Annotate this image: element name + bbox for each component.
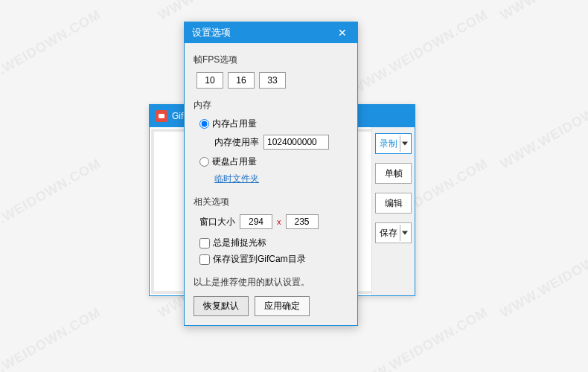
record-label: 录制 [380, 138, 397, 150]
disk-radio-row[interactable]: 硬盘占用量 [199, 155, 348, 168]
size-separator: x [277, 217, 281, 226]
save-dir-label: 保存设置到GifCam目录 [213, 253, 306, 266]
memory-value-input[interactable] [263, 135, 329, 150]
related-section-label: 相关选项 [194, 196, 348, 208]
save-label: 保存 [380, 227, 397, 240]
close-icon: ✕ [338, 27, 347, 39]
temp-folder-link[interactable]: 临时文件夹 [214, 173, 348, 185]
fps-input-2[interactable] [228, 72, 255, 89]
fps-input-3[interactable] [259, 72, 286, 89]
settings-titlebar[interactable]: 设置选项 ✕ [185, 22, 357, 43]
memory-rate-label: 内存使用率 [214, 136, 259, 149]
save-dir-row[interactable]: 保存设置到GifCam目录 [199, 253, 348, 266]
memory-section-label: 内存 [194, 99, 348, 112]
edit-button[interactable]: 编辑 [375, 193, 412, 214]
height-input[interactable] [286, 214, 319, 229]
window-size-label: 窗口大小 [199, 216, 235, 228]
gifcam-app-icon [156, 110, 167, 122]
memory-radio-row[interactable]: 内存占用量 [199, 118, 348, 130]
save-button[interactable]: 保存 [375, 222, 412, 243]
capture-cursor-checkbox[interactable] [199, 238, 210, 248]
fps-input-1[interactable] [196, 72, 223, 89]
settings-dialog: 设置选项 ✕ 帧FPS选项 内存 内存占用量 内存使用率 硬盘占用量 临时文件夹 [184, 22, 358, 326]
close-button[interactable]: ✕ [327, 22, 357, 43]
footer-hint: 以上是推荐使用的默认设置。 [194, 276, 348, 289]
disk-usage-label: 硬盘占用量 [212, 155, 257, 168]
fps-section-label: 帧FPS选项 [194, 54, 348, 66]
memory-usage-label: 内存占用量 [212, 118, 257, 130]
capture-cursor-row[interactable]: 总是捕捉光标 [199, 237, 348, 249]
frame-button[interactable]: 单帧 [375, 163, 412, 184]
save-dir-checkbox[interactable] [199, 254, 210, 265]
width-input[interactable] [240, 214, 272, 229]
restore-defaults-button[interactable]: 恢复默认 [194, 296, 249, 316]
settings-title: 设置选项 [192, 26, 231, 39]
capture-cursor-label: 总是捕捉光标 [213, 237, 266, 249]
gifcam-toolbar: 录制 单帧 编辑 保存 [371, 127, 415, 295]
record-button[interactable]: 录制 [375, 133, 412, 154]
disk-usage-radio[interactable] [199, 157, 209, 167]
memory-usage-radio[interactable] [199, 119, 209, 129]
apply-ok-button[interactable]: 应用确定 [255, 296, 310, 316]
